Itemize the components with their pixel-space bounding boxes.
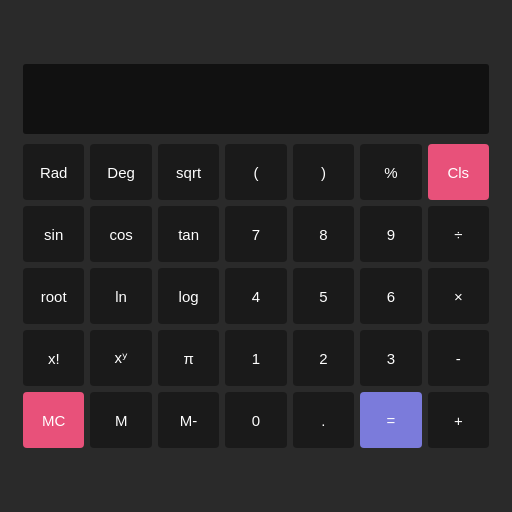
one-button[interactable]: 1: [225, 330, 286, 386]
display: [23, 64, 489, 134]
mminus-button[interactable]: M-: [158, 392, 219, 448]
multiply-button[interactable]: ×: [428, 268, 489, 324]
zero-button[interactable]: 0: [225, 392, 286, 448]
six-button[interactable]: 6: [360, 268, 421, 324]
log-button[interactable]: log: [158, 268, 219, 324]
four-button[interactable]: 4: [225, 268, 286, 324]
close-paren-button[interactable]: ): [293, 144, 354, 200]
sin-button[interactable]: sin: [23, 206, 84, 262]
two-button[interactable]: 2: [293, 330, 354, 386]
m-button[interactable]: M: [90, 392, 151, 448]
eight-button[interactable]: 8: [293, 206, 354, 262]
root-button[interactable]: root: [23, 268, 84, 324]
three-button[interactable]: 3: [360, 330, 421, 386]
rad-button[interactable]: Rad: [23, 144, 84, 200]
minus-button[interactable]: -: [428, 330, 489, 386]
power-button[interactable]: xʸ: [90, 330, 151, 386]
pi-button[interactable]: π: [158, 330, 219, 386]
dot-button[interactable]: .: [293, 392, 354, 448]
open-paren-button[interactable]: (: [225, 144, 286, 200]
cls-button[interactable]: Cls: [428, 144, 489, 200]
factorial-button[interactable]: x!: [23, 330, 84, 386]
divide-button[interactable]: ÷: [428, 206, 489, 262]
percent-button[interactable]: %: [360, 144, 421, 200]
five-button[interactable]: 5: [293, 268, 354, 324]
cos-button[interactable]: cos: [90, 206, 151, 262]
nine-button[interactable]: 9: [360, 206, 421, 262]
ln-button[interactable]: ln: [90, 268, 151, 324]
tan-button[interactable]: tan: [158, 206, 219, 262]
deg-button[interactable]: Deg: [90, 144, 151, 200]
seven-button[interactable]: 7: [225, 206, 286, 262]
calculator: RadDegsqrt()%Clssincostan789÷rootlnlog45…: [11, 52, 501, 460]
mc-button[interactable]: MC: [23, 392, 84, 448]
sqrt-button[interactable]: sqrt: [158, 144, 219, 200]
equals-button[interactable]: =: [360, 392, 421, 448]
plus-button[interactable]: +: [428, 392, 489, 448]
button-grid: RadDegsqrt()%Clssincostan789÷rootlnlog45…: [23, 144, 489, 448]
